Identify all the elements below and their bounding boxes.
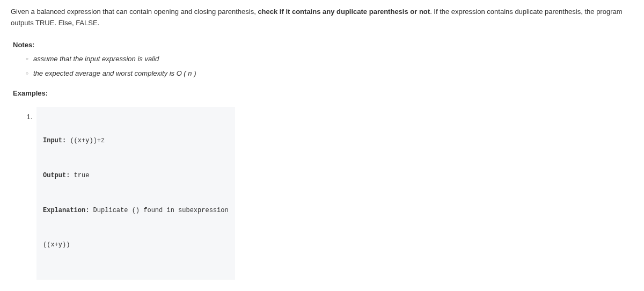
example-explanation-label: Explanation: — [43, 207, 89, 214]
notes-item: assume that the input expression is vali… — [26, 54, 633, 65]
examples-list: Input: ((x+y))+z Output: true Explanatio… — [11, 107, 633, 291]
notes-heading: Notes: — [13, 40, 633, 51]
notes-list: assume that the input expression is vali… — [11, 54, 633, 79]
problem-intro: Given a balanced expression that can con… — [11, 6, 633, 29]
example-explanation-value: Duplicate () found in subexpression — [89, 207, 228, 214]
example-block: Input: ((x+y))+z Output: true Explanatio… — [36, 107, 235, 280]
example-explanation-extra: ((x+y)) — [43, 239, 229, 251]
notes-item: the expected average and worst complexit… — [26, 68, 633, 79]
intro-pre: Given a balanced expression that can con… — [11, 8, 258, 16]
examples-heading: Examples: — [13, 88, 633, 99]
example-item: Input: ((x+y))+z Output: true Explanatio… — [34, 107, 633, 280]
intro-bold: check if it contains any duplicate paren… — [258, 8, 430, 16]
example-output-label: Output: — [43, 172, 70, 179]
example-input-label: Input: — [43, 137, 66, 144]
example-output-value: true — [70, 172, 89, 179]
example-input-value: ((x+y))+z — [66, 137, 105, 144]
